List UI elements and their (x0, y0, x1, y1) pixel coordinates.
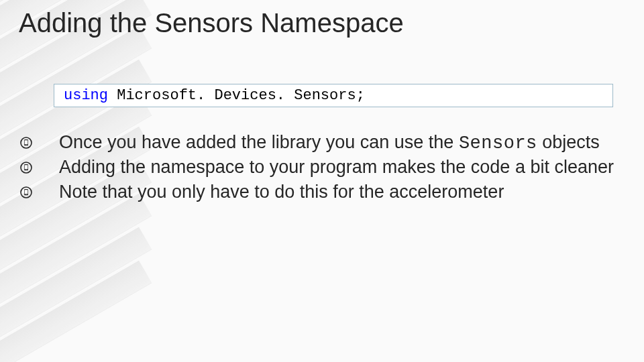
bullet-list: Once you have added the library you can … (19, 131, 616, 206)
svg-point-7 (25, 169, 26, 170)
phone-icon (20, 137, 32, 149)
list-item: Adding the namespace to your program mak… (19, 156, 616, 180)
svg-point-3 (25, 145, 26, 145)
bullet-code: Sensors (459, 133, 537, 154)
code-rest: Microsoft. Devices. Sensors; (108, 87, 365, 104)
svg-rect-10 (25, 190, 28, 194)
slide-title: Adding the Sensors Namespace (19, 8, 404, 38)
code-snippet: using Microsoft. Devices. Sensors; (54, 84, 613, 107)
bullet-text: Adding the namespace to your program mak… (59, 157, 614, 177)
code-keyword: using (64, 87, 108, 104)
list-item: Once you have added the library you can … (19, 131, 616, 155)
svg-rect-2 (25, 140, 28, 144)
list-item: Note that you only have to do this for t… (19, 181, 616, 204)
svg-rect-6 (25, 165, 28, 169)
slide: Adding the Sensors Namespace using Micro… (0, 0, 644, 362)
phone-icon (20, 162, 32, 174)
phone-icon (20, 186, 32, 198)
bullet-text: Note that you only have to do this for t… (59, 182, 504, 202)
bullet-text-post: objects (537, 132, 600, 152)
svg-point-11 (25, 194, 26, 194)
bullet-text: Once you have added the library you can … (59, 132, 459, 152)
